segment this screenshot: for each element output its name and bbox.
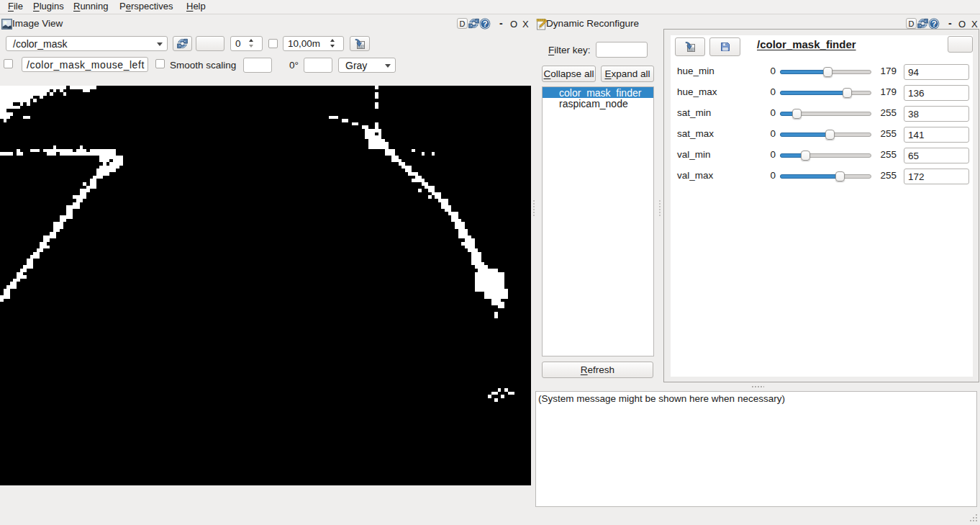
svg-text:?: ? xyxy=(483,19,488,28)
svg-text:?: ? xyxy=(932,19,937,28)
